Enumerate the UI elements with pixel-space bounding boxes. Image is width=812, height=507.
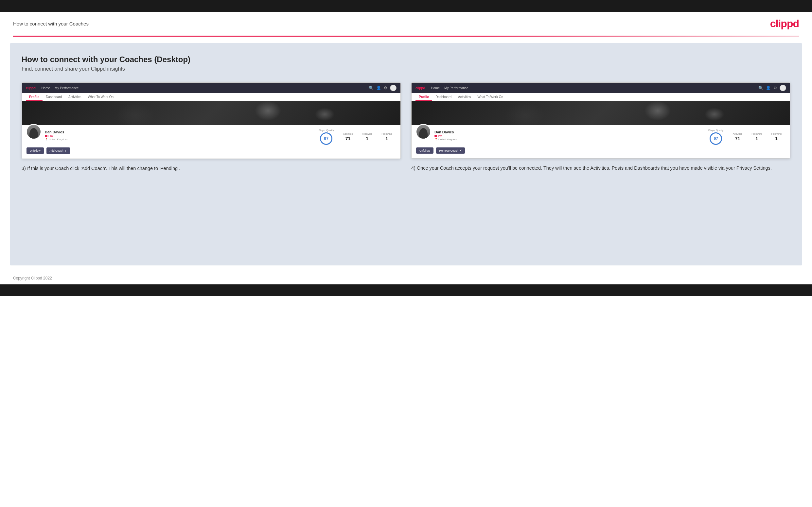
mock-stats-row-right: Player Quality 97 Activities 71 Follower… [704, 125, 786, 145]
badge-dot-left [45, 135, 47, 137]
header: How to connect with your Coaches clippd [0, 12, 812, 36]
header-divider [13, 36, 799, 37]
mock-browser-right: clippd Home My Performance 🔍 👤 ⚙ Profile [411, 82, 791, 159]
mock-nav-icons-left: 🔍 👤 ⚙ [369, 84, 397, 91]
stat-activities-label-left: Activities [343, 132, 353, 135]
profile-location-left: 📍 United Kingdom [45, 138, 67, 141]
mock-nav-links-right: Home My Performance [431, 86, 468, 90]
tab-whattworkon-right[interactable]: What To Work On [474, 93, 507, 101]
footer: Copyright Clippd 2022 [0, 272, 812, 284]
page-title: How to connect with your Coaches [13, 21, 89, 26]
remove-coach-button-right[interactable]: Remove Coach × [436, 148, 465, 154]
stat-following-right: Following 1 [766, 132, 786, 141]
screenshots-row: clippd Home My Performance 🔍 👤 ⚙ Profile [21, 82, 791, 172]
screenshot-panel-left: clippd Home My Performance 🔍 👤 ⚙ Profile [21, 82, 401, 172]
stat-following-left: Following 1 [377, 132, 397, 141]
mock-stats-row-left: Player Quality 97 Activities 71 Follower… [314, 125, 397, 145]
main-heading: How to connect with your Coaches (Deskto… [21, 55, 791, 64]
caption-left: 3) If this is your Coach click 'Add Coac… [21, 165, 401, 172]
mock-logo-right: clippd [415, 86, 425, 90]
unfollow-button-left[interactable]: Unfollow [27, 148, 44, 154]
top-bar [0, 0, 812, 12]
tab-profile-right[interactable]: Profile [415, 93, 432, 101]
mock-nav-performance-left: My Performance [55, 86, 79, 90]
main-content: How to connect with your Coaches (Deskto… [10, 43, 802, 266]
tab-profile-left[interactable]: Profile [26, 93, 43, 101]
stat-followers-right: Followers 1 [747, 132, 766, 141]
stat-followers-value-left: 1 [362, 136, 372, 141]
mock-nav-home-left: Home [41, 86, 50, 90]
mock-nav-left: clippd Home My Performance 🔍 👤 ⚙ [22, 83, 400, 93]
mock-nav-home-right: Home [431, 86, 440, 90]
mock-buttons-right: Unfollow Remove Coach × [415, 148, 786, 154]
settings-icon-left: ⚙ [384, 86, 387, 90]
tab-dashboard-right[interactable]: Dashboard [432, 93, 455, 101]
profile-name-left: Dan Davies [45, 130, 67, 134]
tab-whattworkon-left[interactable]: What To Work On [85, 93, 117, 101]
close-icon-right: × [460, 149, 462, 152]
add-coach-button-left[interactable]: Add Coach + [46, 148, 70, 154]
main-subheading: Find, connect and share your Clippd insi… [21, 66, 791, 72]
badge-label-left: Pro [48, 134, 53, 137]
mock-profile-info-right: Dan Davies Pro 📍 United Kingdom [435, 130, 457, 141]
copyright: Copyright Clippd 2022 [13, 276, 52, 280]
mock-banner-texture-right [412, 101, 790, 125]
location-icon-left: 📍 [45, 138, 48, 141]
tab-activities-left[interactable]: Activities [65, 93, 85, 101]
avatar-right [779, 84, 786, 91]
profile-location-right: 📍 United Kingdom [435, 138, 457, 141]
stat-following-value-right: 1 [771, 136, 781, 141]
user-icon-right: 👤 [766, 86, 771, 90]
settings-icon-right: ⚙ [773, 86, 777, 90]
tab-activities-right[interactable]: Activities [455, 93, 474, 101]
mock-profile-info-left: Dan Davies Pro 📍 United Kingdom [45, 130, 67, 141]
badge-label-right: Pro [438, 134, 442, 137]
add-coach-label-left: Add Coach [50, 149, 63, 152]
stat-followers-label-left: Followers [362, 132, 372, 135]
mock-nav-icons-right: 🔍 👤 ⚙ [758, 84, 786, 91]
stat-followers-label-right: Followers [752, 132, 762, 135]
stat-quality-left: Player Quality 97 [314, 129, 339, 145]
bottom-bar [0, 284, 812, 296]
mock-browser-left: clippd Home My Performance 🔍 👤 ⚙ Profile [21, 82, 401, 159]
avatar-image-left [26, 124, 42, 139]
stat-activities-left: Activities 71 [339, 132, 358, 141]
mock-nav-performance-right: My Performance [444, 86, 468, 90]
location-text-right: United Kingdom [439, 138, 457, 141]
badge-dot-right [435, 135, 437, 137]
mock-tabs-right: Profile Dashboard Activities What To Wor… [412, 93, 790, 101]
stat-quality-label-left: Player Quality [319, 129, 334, 132]
screenshot-panel-right: clippd Home My Performance 🔍 👤 ⚙ Profile [411, 82, 791, 172]
stat-quality-right: Player Quality 97 [704, 129, 728, 145]
search-icon-right: 🔍 [758, 86, 763, 90]
location-text-left: United Kingdom [49, 138, 67, 141]
unfollow-button-right[interactable]: Unfollow [416, 148, 434, 154]
stat-quality-label-right: Player Quality [708, 129, 724, 132]
tab-dashboard-left[interactable]: Dashboard [43, 93, 65, 101]
stat-activities-value-left: 71 [343, 136, 353, 141]
stat-activities-label-right: Activities [733, 132, 743, 135]
profile-badge-right: Pro [435, 134, 457, 137]
caption-right: 4) Once your Coach accepts your request … [411, 164, 791, 172]
mock-tabs-left: Profile Dashboard Activities What To Wor… [22, 93, 400, 101]
profile-name-right: Dan Davies [435, 130, 457, 134]
logo: clippd [770, 18, 799, 30]
stat-following-value-left: 1 [382, 136, 392, 141]
mock-nav-links-left: Home My Performance [41, 86, 79, 90]
stat-following-label-left: Following [382, 132, 392, 135]
stat-activities-right: Activities 71 [728, 132, 747, 141]
remove-coach-label-right: Remove Coach [439, 149, 459, 152]
avatar-image-right [415, 124, 431, 139]
stat-activities-value-right: 71 [733, 136, 743, 141]
profile-badge-left: Pro [45, 134, 67, 137]
stat-followers-left: Followers 1 [357, 132, 377, 141]
mock-nav-right: clippd Home My Performance 🔍 👤 ⚙ [412, 83, 790, 93]
mock-profile-row-left: Dan Davies Pro 📍 United Kingdom [26, 125, 397, 145]
mock-banner-texture-left [22, 101, 400, 125]
search-icon-left: 🔍 [369, 86, 373, 90]
mock-buttons-left: Unfollow Add Coach + [26, 148, 397, 154]
location-icon-right: 📍 [435, 138, 438, 141]
stat-following-label-right: Following [771, 132, 781, 135]
quality-circle-right: 97 [710, 132, 722, 145]
quality-circle-left: 97 [320, 132, 333, 145]
